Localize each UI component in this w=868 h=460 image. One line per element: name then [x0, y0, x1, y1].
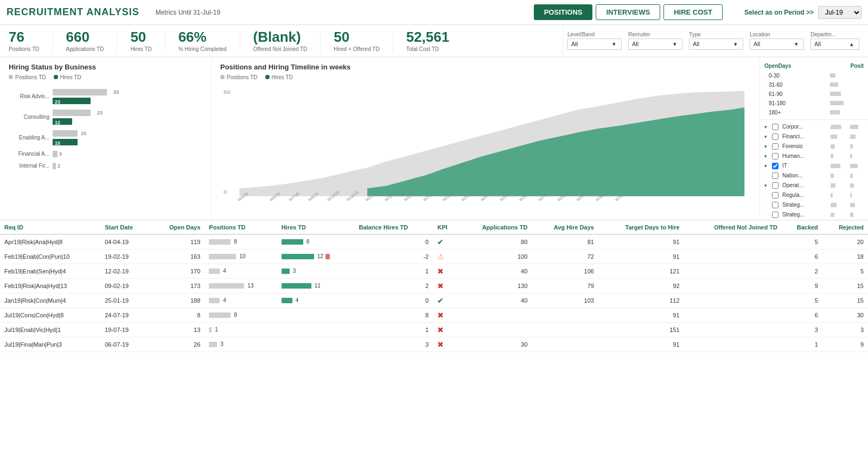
cell-avg-hire: 79 [532, 278, 598, 293]
cell-rejected: 15 [822, 278, 868, 293]
mini-posit-bar-8 [850, 203, 855, 207]
dept-check-5[interactable] [772, 173, 778, 179]
filter-location: Location All ▾ [750, 31, 804, 50]
bars-risk: 33 23 [53, 89, 202, 104]
dept-posit-bar-5 [850, 174, 861, 178]
dept-check-3[interactable] [772, 153, 778, 159]
cell-start-date: 06-07-19 [100, 337, 150, 352]
hire-val: 11 [315, 283, 321, 289]
tab-interviews[interactable]: INTERVIEWS [596, 4, 660, 20]
filter-level-band: Level/Band All ▾ [567, 31, 622, 50]
cell-rejected: 20 [822, 234, 868, 250]
kpi-hires-td-value: 50 [130, 29, 146, 45]
filter-location-select[interactable]: All ▾ [750, 39, 804, 50]
chevron-down-icon: ▾ [673, 41, 676, 48]
dept-check-0[interactable] [772, 124, 778, 130]
cell-offered-not-joined [684, 264, 782, 278]
dept-label-3: Human... [782, 153, 828, 159]
dept-check-1[interactable] [772, 133, 778, 140]
cell-positions-td: 4 [205, 293, 277, 308]
cell-hires-td [277, 337, 355, 352]
mini-posit-bar-5 [850, 174, 853, 178]
mini-opendays-bar-3 [831, 154, 833, 158]
dept-check-2[interactable] [772, 143, 778, 150]
cell-kpi: ✔ [433, 234, 458, 250]
hiring-status-title: Hiring Status by Business [9, 63, 202, 71]
cell-backed: 5 [782, 293, 822, 308]
cell-balance: 2 [355, 278, 433, 293]
dept-check-8[interactable] [772, 202, 778, 208]
dept-label-0: Corpor... [782, 124, 828, 130]
chevron-icon-3: ▾ [764, 154, 770, 159]
kpi-icon-x: ✖ [437, 340, 444, 349]
cell-hires-td: 4 [277, 293, 355, 308]
kpi-icon-check: ✔ [437, 296, 444, 305]
cell-start-date: 12-02-19 [100, 264, 150, 278]
period-dropdown[interactable]: Jul-19 [818, 6, 861, 19]
bar-positions-financial-val: 3 [59, 151, 62, 157]
pos-bar [209, 269, 220, 274]
pos-val: 4 [223, 268, 226, 274]
mini-opendays-bar-5 [831, 174, 834, 178]
cell-open-days: 188 [151, 293, 205, 308]
kpi-icon-warn: ⚠ [437, 252, 444, 261]
kpi-offered-not-joined-value: (Blank) [253, 29, 301, 45]
bar-label-financial: Financial A... [9, 151, 49, 157]
pos-bar-container: 10 [209, 253, 272, 259]
chevron-down-icon: ▾ [734, 41, 737, 48]
filter-type-select[interactable]: All ▾ [689, 39, 743, 50]
col-backed: Backed [782, 221, 822, 234]
cell-target: 121 [598, 264, 684, 278]
period-select-label[interactable]: Select as on Period >> [744, 9, 814, 16]
dept-bar-2 [831, 144, 847, 149]
period-select: Select as on Period >> Jul-19 [744, 6, 861, 19]
cell-positions-td: 13 [205, 278, 277, 293]
dept-check-6[interactable] [772, 182, 778, 189]
bar-hires-risk: 23 [53, 98, 91, 104]
col-start-date: Start Date [100, 221, 150, 234]
dept-posit-bar-1 [850, 135, 861, 139]
cell-start-date: 19-07-19 [100, 322, 150, 337]
cell-positions-td: 10 [205, 249, 277, 264]
col-kpi: KPI [433, 221, 458, 234]
tab-hire-cost[interactable]: HIRE COST [663, 4, 723, 20]
col-rejected: Rejected [822, 221, 868, 234]
chevron-icon-4: ▾ [764, 163, 770, 169]
chevron-icon-1: ▾ [764, 134, 770, 139]
cell-open-days: 119 [151, 234, 205, 250]
filter-department-select[interactable]: All ▴ [810, 39, 859, 50]
mini-posit-bar-3 [850, 154, 852, 158]
cell-kpi: ✖ [433, 308, 458, 322]
mini-opendays-bar-7 [831, 193, 833, 197]
pos-bar [209, 342, 217, 347]
dept-check-9[interactable] [772, 212, 778, 218]
bar-positions-financial [53, 151, 58, 157]
bar-row-risk: Risk Advis... 33 23 [9, 89, 202, 104]
cell-backed: 5 [782, 234, 822, 250]
col-positions-td: Positions TD [205, 221, 277, 234]
hire-bar-container: 11 [282, 283, 350, 289]
tab-positions[interactable]: POSITIONS [534, 4, 593, 20]
cell-start-date: 19-02-19 [100, 249, 150, 264]
bars-internal: 2 [53, 163, 202, 169]
bar-91-180 [830, 101, 846, 105]
cell-offered-not-joined [684, 234, 782, 250]
kpi-applications-td-label: Applications TD [66, 46, 104, 52]
hire-bar-container: 3 [282, 268, 350, 274]
dept-bar-0 [831, 125, 847, 129]
cell-positions-td: 8 [205, 234, 277, 250]
dept-check-4[interactable] [772, 163, 778, 169]
pos-bar [209, 298, 220, 303]
dept-check-7[interactable] [772, 192, 778, 199]
col-open-days: Open Days [151, 221, 205, 234]
cell-start-date: 25-01-19 [100, 293, 150, 308]
mini-opendays-bar-6 [831, 183, 835, 188]
filter-recruiter-select[interactable]: All ▾ [628, 39, 682, 50]
filter-level-band-select[interactable]: All ▾ [567, 39, 622, 50]
dept-posit-bar-6 [850, 183, 861, 188]
cell-start-date: 04-04-19 [100, 234, 150, 250]
kpi-hired-offered-label: Hired + Offered TD [334, 46, 379, 52]
kpi-icon-x: ✖ [437, 267, 444, 276]
dept-label-9: Strateg... [782, 212, 828, 218]
cell-kpi: ✖ [433, 278, 458, 293]
